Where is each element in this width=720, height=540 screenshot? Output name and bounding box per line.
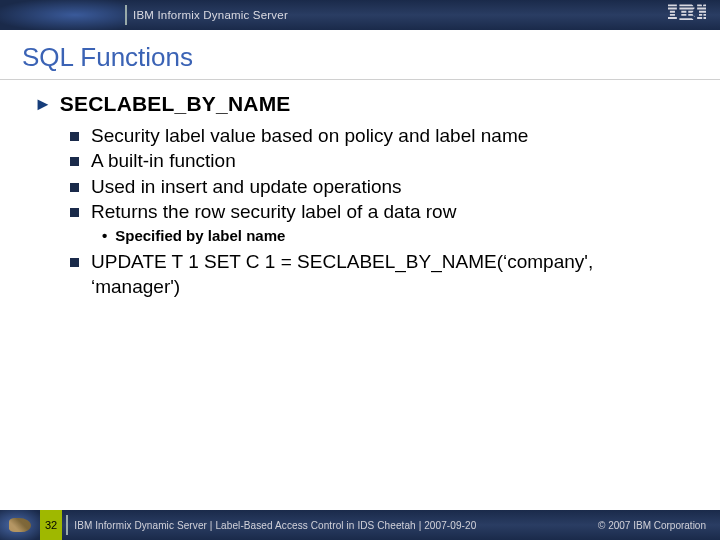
- list-item: Security label value based on policy and…: [70, 124, 690, 148]
- header-accent: [0, 0, 125, 30]
- slide: IBM Informix Dynamic Server SQL Function…: [0, 0, 720, 540]
- footer-divider: [66, 515, 68, 535]
- bullet-text: A built-in function: [91, 149, 236, 173]
- list-item: A built-in function: [70, 149, 690, 173]
- footer-text: IBM Informix Dynamic Server | Label-Base…: [74, 520, 476, 531]
- code-example: UPDATE T 1 SET C 1 = SECLABEL_BY_NAME(‘c…: [91, 250, 611, 299]
- header-product-name: IBM Informix Dynamic Server: [133, 9, 288, 21]
- ibm-logo-icon: [668, 4, 706, 24]
- sub-bullet-text: Specified by label name: [115, 227, 285, 244]
- bullet-text: Returns the row security label of a data…: [91, 200, 456, 224]
- triangle-icon: ►: [34, 94, 52, 115]
- slide-title: SQL Functions: [0, 30, 720, 79]
- list-item: Returns the row security label of a data…: [70, 200, 690, 224]
- bullet-text: Security label value based on policy and…: [91, 124, 528, 148]
- cheetah-icon: [9, 518, 31, 532]
- square-icon: [70, 208, 79, 217]
- slide-content: ► SECLABEL_BY_NAME Security label value …: [0, 80, 720, 510]
- page-number: 32: [40, 510, 62, 540]
- footer-bar: 32 IBM Informix Dynamic Server | Label-B…: [0, 510, 720, 540]
- square-icon: [70, 132, 79, 141]
- bullet-text: Used in insert and update operations: [91, 175, 402, 199]
- bullet-list: Security label value based on policy and…: [70, 124, 690, 224]
- footer-accent: [0, 510, 40, 540]
- section-heading-row: ► SECLABEL_BY_NAME: [34, 92, 690, 116]
- square-icon: [70, 157, 79, 166]
- square-icon: [70, 258, 79, 267]
- list-item: Specified by label name: [102, 227, 690, 244]
- header-bar: IBM Informix Dynamic Server: [0, 0, 720, 30]
- section-heading: SECLABEL_BY_NAME: [60, 92, 291, 116]
- header-divider: [125, 5, 127, 25]
- list-item: Used in insert and update operations: [70, 175, 690, 199]
- copyright: © 2007 IBM Corporation: [598, 520, 706, 531]
- bullet-list: UPDATE T 1 SET C 1 = SECLABEL_BY_NAME(‘c…: [70, 250, 690, 299]
- square-icon: [70, 183, 79, 192]
- sub-bullet-list: Specified by label name: [102, 227, 690, 244]
- list-item: UPDATE T 1 SET C 1 = SECLABEL_BY_NAME(‘c…: [70, 250, 690, 299]
- page-number-wrap: 32: [0, 510, 62, 540]
